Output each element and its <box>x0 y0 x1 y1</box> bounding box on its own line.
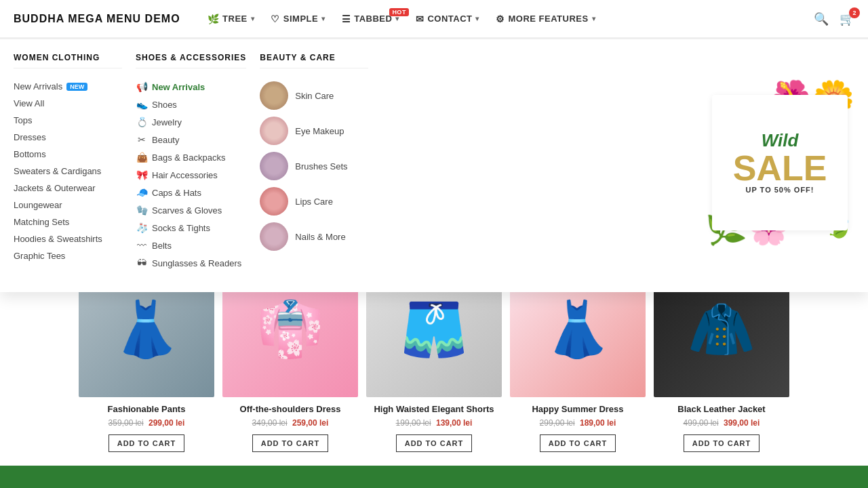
menu-item-beauty[interactable]: ✂ Beauty <box>136 131 246 148</box>
nav-contact[interactable]: ✉ CONTACT ▾ <box>409 9 486 28</box>
price-new-4: 189,00 lei <box>580 418 616 428</box>
add-to-cart-1[interactable]: ADD TO CART <box>108 434 185 452</box>
gear-icon: ⚙ <box>496 14 505 24</box>
sock-icon: 🧦 <box>136 222 148 233</box>
menu-item-jackets[interactable]: Jackets & Outerwear <box>14 180 122 197</box>
women-clothing-col: WOMEN CLOTHING New Arrivals NEW View All… <box>14 53 136 272</box>
menu-item-jewelry[interactable]: 💍 Jewelry <box>136 113 246 131</box>
price-new-2: 259,00 lei <box>292 418 328 428</box>
eyemakeup-thumb <box>260 117 288 145</box>
beauty-care-col: BEAUTY & CARE Skin Care Eye Makeup Brush… <box>260 53 382 272</box>
header-actions: 🔍 🛒 2 <box>814 12 854 26</box>
menu-item-shoes[interactable]: 👟 Shoes <box>136 96 246 113</box>
hot-badge: HOT <box>389 8 409 16</box>
beauty-col-title: BEAUTY & CARE <box>260 53 368 68</box>
hat-icon: 🧢 <box>136 187 148 198</box>
nav-more-label: MORE FEATURES <box>508 14 588 24</box>
menu-item-matching[interactable]: Matching Sets <box>14 214 122 230</box>
chevron-down-icon: ▾ <box>321 15 326 22</box>
glove-icon: 🧤 <box>136 205 148 216</box>
new-arrivals-label: New Arrivals <box>14 81 62 92</box>
price-old-1: 359,00 lei <box>108 418 144 428</box>
nails-thumb <box>260 222 288 251</box>
product-name-4: Happy Summer Dress <box>510 404 646 415</box>
add-to-cart-2[interactable]: ADD TO CART <box>252 434 329 452</box>
ribbon-icon: 🎀 <box>136 169 148 180</box>
nav-more[interactable]: ⚙ MORE FEATURES ▾ <box>489 9 602 28</box>
footer-tagline: Beautiful & interactive mega menu built … <box>179 485 689 488</box>
price-new-5: 399,00 lei <box>724 418 760 428</box>
product-prices-3: 199,00 lei 139,00 lei <box>366 418 502 428</box>
beauty-item-lips[interactable]: Lips Care <box>260 184 368 219</box>
menu-item-bottoms[interactable]: Bottoms <box>14 146 122 163</box>
product-prices-4: 299,00 lei 189,00 lei <box>510 418 646 428</box>
beauty-item-eyemakeup[interactable]: Eye Makeup <box>260 113 368 148</box>
nav-tabbed[interactable]: ☰ TABBED HOT ▾ <box>335 9 406 28</box>
menu-item-loungewear[interactable]: Loungewear <box>14 197 122 214</box>
add-to-cart-3[interactable]: ADD TO CART <box>396 434 473 452</box>
menu-icon: ☰ <box>342 14 351 24</box>
jewelry-icon: 💍 <box>136 117 148 127</box>
menu-item-sunglasses[interactable]: 🕶 Sunglasses & Readers <box>136 254 246 272</box>
menu-item-caps[interactable]: 🧢 Caps & Hats <box>136 184 246 201</box>
megaphone-icon: 📢 <box>136 81 148 92</box>
beauty-item-nails[interactable]: Nails & More <box>260 219 368 254</box>
sale-main-text: SALE <box>733 150 827 186</box>
mega-menu: WOMEN CLOTHING New Arrivals NEW View All… <box>0 38 868 292</box>
sale-wild-text: Wild <box>762 131 799 150</box>
menu-item-scarves[interactable]: 🧤 Scarves & Gloves <box>136 201 246 219</box>
cart-count: 2 <box>849 7 860 18</box>
footer-banner: Beautiful & interactive mega menu built … <box>0 466 868 488</box>
nav-contact-label: CONTACT <box>427 14 472 24</box>
menu-item-view-all[interactable]: View All <box>14 95 122 112</box>
shoes-col-title: SHOES & ACCESSORIES <box>136 53 246 68</box>
women-col-title: WOMEN CLOTHING <box>14 53 122 68</box>
price-old-4: 299,00 lei <box>540 418 575 428</box>
product-prices-1: 359,00 lei 299,00 lei <box>79 418 214 428</box>
nav-simple-label: SIMPLE <box>283 14 318 24</box>
new-badge: NEW <box>66 83 87 91</box>
menu-item-shoes-new[interactable]: 📢 New Arrivals <box>136 78 246 96</box>
add-to-cart-5[interactable]: ADD TO CART <box>684 434 760 452</box>
lips-thumb <box>260 187 288 216</box>
price-old-5: 499,00 lei <box>684 418 719 428</box>
product-name-3: High Waisted Elegant Shorts <box>366 404 502 415</box>
tree-icon: 🌿 <box>208 14 220 24</box>
menu-item-dresses[interactable]: Dresses <box>14 129 122 146</box>
sale-sub-text: UP TO 50% OFF! <box>745 186 814 194</box>
sale-banner: 🌺🌼 🌿🌸 🍃 Wild SALE UP TO 50% OFF! <box>705 53 854 272</box>
skincare-thumb <box>260 81 288 110</box>
menu-item-belts[interactable]: 〰 Belts <box>136 237 246 254</box>
add-to-cart-4[interactable]: ADD TO CART <box>540 434 616 452</box>
cart-icon[interactable]: 🛒 2 <box>840 12 854 26</box>
product-prices-2: 349,00 lei 259,00 lei <box>222 418 358 428</box>
shoes-accessories-col: SHOES & ACCESSORIES 📢 New Arrivals 👟 Sho… <box>136 53 260 272</box>
price-new-1: 299,00 lei <box>149 418 184 428</box>
bag-icon: 👜 <box>136 152 148 163</box>
email-icon: ✉ <box>416 14 425 24</box>
heart-icon: ♡ <box>271 14 280 24</box>
nav-tree[interactable]: 🌿 TREE ▾ <box>201 9 262 28</box>
menu-item-hoodies[interactable]: Hoodies & Sweatshirts <box>14 230 122 247</box>
menu-item-new-arrivals[interactable]: New Arrivals NEW <box>14 78 122 95</box>
belt-icon: 〰 <box>136 240 148 251</box>
product-name-2: Off-the-shoulders Dress <box>222 404 358 415</box>
nav-tabbed-label: TABBED <box>354 14 392 24</box>
menu-item-tops[interactable]: Tops <box>14 112 122 129</box>
nav-simple[interactable]: ♡ SIMPLE ▾ <box>264 9 332 28</box>
chevron-down-icon: ▾ <box>475 15 479 22</box>
beauty-item-skincare[interactable]: Skin Care <box>260 78 368 113</box>
menu-item-graphic-tees[interactable]: Graphic Tees <box>14 247 122 264</box>
scissors-icon: ✂ <box>136 134 148 145</box>
product-name-1: Fashionable Pants <box>79 404 214 415</box>
menu-item-socks[interactable]: 🧦 Socks & Tights <box>136 219 246 237</box>
beauty-item-brushes[interactable]: Brushes Sets <box>260 148 368 184</box>
brushes-thumb <box>260 152 288 180</box>
price-old-3: 199,00 lei <box>396 418 431 428</box>
menu-item-hair-acc[interactable]: 🎀 Hair Accessories <box>136 166 246 184</box>
menu-item-sweaters[interactable]: Sweaters & Cardigans <box>14 163 122 180</box>
menu-item-bags[interactable]: 👜 Bags & Backpacks <box>136 148 246 166</box>
header: BUDDHA MEGA MENU DEMO 🌿 TREE ▾ ♡ SIMPLE … <box>0 0 868 38</box>
product-name-5: Black Leather Jacket <box>654 404 789 415</box>
search-icon[interactable]: 🔍 <box>814 12 829 26</box>
